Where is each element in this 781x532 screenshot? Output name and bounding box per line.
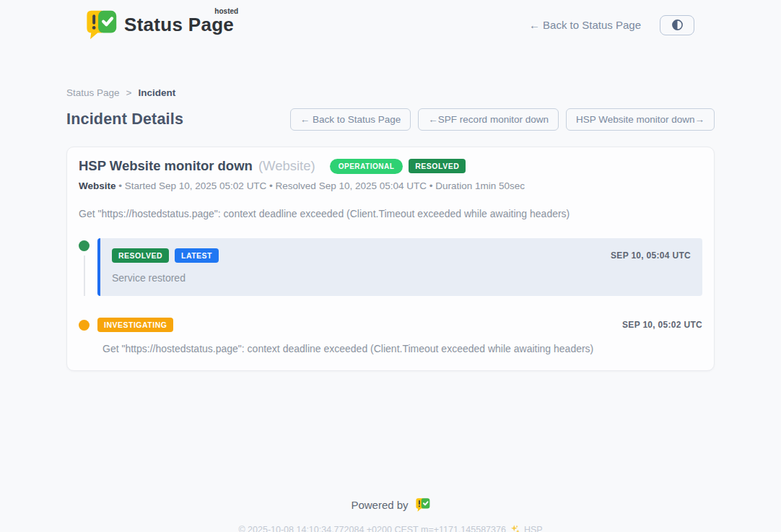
copyright-suffix: HSP [524, 525, 543, 532]
title-row: Incident Details ← Back to Status Page ←… [66, 108, 715, 131]
header-back-link[interactable]: ← Back to Status Page [529, 19, 641, 31]
incident-nav-buttons: ← Back to Status Page ←SPF record monito… [290, 108, 715, 131]
timeline-item-investigating: INVESTIGATING SEP 10, 05:02 UTC Get "htt… [79, 318, 702, 354]
update-message: Service restored [112, 272, 691, 284]
update-timestamp: SEP 10, 05:02 UTC [622, 320, 702, 330]
status-page-logo-icon [85, 10, 117, 40]
incident-meta-component: Website [79, 180, 116, 191]
latest-badge: LATEST [175, 248, 219, 263]
incident-meta: Website • Started Sep 10, 2025 05:02 UTC… [79, 180, 702, 191]
investigating-badge: INVESTIGATING [97, 318, 173, 332]
incident-title-row: HSP Website monitor down (Website) OPERA… [79, 158, 702, 174]
resolved-badge: RESOLVED [112, 248, 169, 263]
timeline-rail [79, 238, 90, 296]
theme-toggle-button[interactable] [660, 15, 694, 35]
incident-meta-details: • Started Sep 10, 2025 05:02 UTC • Resol… [116, 180, 525, 191]
site-header: Status Page hosted ← Back to Status Page [0, 0, 781, 40]
main-content: Status Page > Incident Incident Details … [66, 87, 715, 532]
breadcrumb-incident: Incident [138, 87, 175, 98]
copyright-text: © 2025-10-08 14:10:34.772084 +0200 CEST … [238, 525, 506, 532]
operational-badge: OPERATIONAL [330, 159, 403, 174]
timeline-rail [79, 318, 90, 354]
update-header: RESOLVED LATEST SEP 10, 05:04 UTC [112, 248, 691, 263]
sparkles-icon [510, 524, 520, 532]
brand-logo[interactable]: Status Page hosted [85, 10, 237, 40]
powered-by-link[interactable]: Powered by [351, 498, 429, 512]
powered-by-label: Powered by [351, 499, 408, 511]
orange-dot-icon [79, 320, 90, 331]
update-header: INVESTIGATING SEP 10, 05:02 UTC [97, 318, 702, 332]
resolved-badge: RESOLVED [409, 159, 466, 173]
breadcrumb-status-page[interactable]: Status Page [66, 87, 120, 98]
update-timestamp: SEP 10, 05:04 UTC [611, 250, 691, 261]
prev-incident-button[interactable]: ←SPF record monitor down [418, 108, 559, 131]
incident-title: HSP Website monitor down [79, 158, 253, 174]
timeline-content: INVESTIGATING SEP 10, 05:02 UTC Get "htt… [97, 318, 702, 354]
incident-description: Get "https://hostedstatus.page": context… [79, 208, 702, 219]
timeline-content: RESOLVED LATEST SEP 10, 05:04 UTC Servic… [97, 238, 702, 296]
brand-superscript: hosted [214, 7, 238, 15]
update-message: Get "https://hostedstatus.page": context… [102, 343, 702, 354]
timeline-connector [84, 256, 85, 296]
incident-card: HSP Website monitor down (Website) OPERA… [66, 147, 715, 371]
status-page-logo-icon [415, 498, 430, 512]
timeline-item-resolved: RESOLVED LATEST SEP 10, 05:04 UTC Servic… [79, 238, 702, 296]
page-title: Incident Details [66, 110, 183, 128]
incident-timeline: RESOLVED LATEST SEP 10, 05:04 UTC Servic… [79, 238, 702, 354]
half-circle-contrast-icon [671, 19, 684, 31]
latest-update-box: RESOLVED LATEST SEP 10, 05:04 UTC Servic… [97, 238, 702, 296]
incident-status-badges: OPERATIONAL RESOLVED [330, 159, 466, 174]
next-incident-button[interactable]: HSP Website monitor down→ [566, 108, 715, 131]
copyright-line: © 2025-10-08 14:10:34.772084 +0200 CEST … [66, 524, 715, 532]
incident-component: (Website) [258, 158, 315, 174]
page-footer: Powered by © 2025-10-08 14:10:34.772084 … [66, 371, 715, 532]
green-dot-icon [79, 240, 90, 251]
breadcrumb: Status Page > Incident [66, 87, 715, 98]
back-to-status-page-button[interactable]: ← Back to Status Page [290, 108, 411, 131]
brand-name: Status Page hosted [124, 14, 237, 36]
breadcrumb-separator: > [126, 87, 132, 98]
